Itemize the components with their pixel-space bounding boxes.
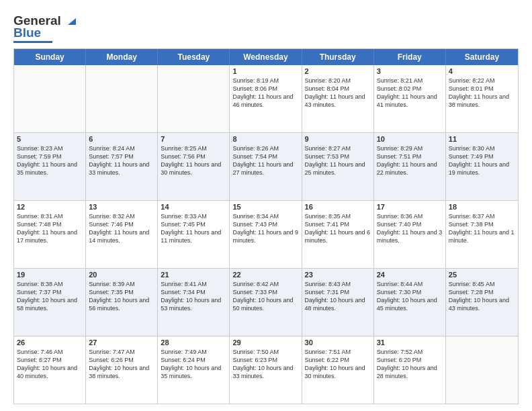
day-cell-20: 20Sunrise: 8:39 AM Sunset: 7:35 PM Dayli… <box>86 269 158 336</box>
day-cell-8: 8Sunrise: 8:26 AM Sunset: 7:54 PM Daylig… <box>230 133 302 200</box>
day-number: 31 <box>377 338 443 347</box>
day-number: 21 <box>161 271 226 279</box>
calendar-header: SundayMondayTuesdayWednesdayThursdayFrid… <box>14 49 518 65</box>
calendar-row-1: 5Sunrise: 8:23 AM Sunset: 7:59 PM Daylig… <box>14 133 518 201</box>
day-info: Sunrise: 8:30 AM Sunset: 7:49 PM Dayligh… <box>449 144 515 177</box>
day-info: Sunrise: 8:32 AM Sunset: 7:46 PM Dayligh… <box>89 212 154 245</box>
day-info: Sunrise: 8:34 AM Sunset: 7:43 PM Dayligh… <box>232 212 298 245</box>
day-cell-4: 4Sunrise: 8:22 AM Sunset: 8:01 PM Daylig… <box>446 65 518 132</box>
day-info: Sunrise: 8:35 AM Sunset: 7:41 PM Dayligh… <box>305 212 371 245</box>
header-cell-saturday: Saturday <box>446 49 518 65</box>
day-cell-13: 13Sunrise: 8:32 AM Sunset: 7:46 PM Dayli… <box>86 201 158 268</box>
page: General Blue SundayMondayTuesdayWednesda… <box>0 0 532 411</box>
day-info: Sunrise: 7:52 AM Sunset: 6:20 PM Dayligh… <box>377 348 443 381</box>
day-number: 10 <box>377 135 443 143</box>
day-cell-28: 28Sunrise: 7:49 AM Sunset: 6:24 PM Dayli… <box>158 336 230 404</box>
day-cell-7: 7Sunrise: 8:25 AM Sunset: 7:56 PM Daylig… <box>158 133 230 200</box>
day-cell-24: 24Sunrise: 8:44 AM Sunset: 7:30 PM Dayli… <box>374 269 446 336</box>
empty-cell <box>446 336 518 404</box>
header-cell-thursday: Thursday <box>302 49 374 65</box>
day-number: 9 <box>305 135 371 143</box>
calendar: SundayMondayTuesdayWednesdayThursdayFrid… <box>13 48 519 404</box>
day-number: 11 <box>449 135 515 143</box>
day-number: 27 <box>89 338 154 347</box>
header-cell-tuesday: Tuesday <box>158 49 230 65</box>
calendar-row-4: 26Sunrise: 7:46 AM Sunset: 6:27 PM Dayli… <box>14 336 518 404</box>
day-info: Sunrise: 8:20 AM Sunset: 8:04 PM Dayligh… <box>305 77 371 109</box>
day-info: Sunrise: 8:24 AM Sunset: 7:57 PM Dayligh… <box>89 144 154 177</box>
day-info: Sunrise: 8:21 AM Sunset: 8:02 PM Dayligh… <box>377 77 443 109</box>
day-number: 23 <box>305 271 371 279</box>
header-cell-sunday: Sunday <box>14 49 86 65</box>
empty-cell <box>86 65 158 132</box>
day-info: Sunrise: 7:49 AM Sunset: 6:24 PM Dayligh… <box>161 348 226 381</box>
day-info: Sunrise: 8:31 AM Sunset: 7:48 PM Dayligh… <box>17 212 83 245</box>
logo-underline <box>13 41 52 43</box>
day-info: Sunrise: 8:27 AM Sunset: 7:53 PM Dayligh… <box>305 144 371 177</box>
day-info: Sunrise: 8:25 AM Sunset: 7:56 PM Dayligh… <box>161 144 226 177</box>
day-number: 8 <box>232 135 298 143</box>
svg-marker-0 <box>68 18 76 25</box>
day-number: 3 <box>377 67 443 75</box>
day-cell-11: 11Sunrise: 8:30 AM Sunset: 7:49 PM Dayli… <box>446 133 518 200</box>
day-cell-15: 15Sunrise: 8:34 AM Sunset: 7:43 PM Dayli… <box>230 201 302 268</box>
day-number: 22 <box>232 271 298 279</box>
empty-cell <box>14 65 86 132</box>
day-info: Sunrise: 7:50 AM Sunset: 6:23 PM Dayligh… <box>232 348 298 381</box>
day-cell-18: 18Sunrise: 8:37 AM Sunset: 7:38 PM Dayli… <box>446 201 518 268</box>
calendar-row-0: 1Sunrise: 8:19 AM Sunset: 8:06 PM Daylig… <box>14 65 518 133</box>
day-number: 25 <box>449 271 515 279</box>
day-info: Sunrise: 8:23 AM Sunset: 7:59 PM Dayligh… <box>17 144 83 177</box>
day-number: 26 <box>17 338 83 347</box>
day-cell-1: 1Sunrise: 8:19 AM Sunset: 8:06 PM Daylig… <box>230 65 302 132</box>
day-number: 5 <box>17 135 83 143</box>
day-info: Sunrise: 7:51 AM Sunset: 6:22 PM Dayligh… <box>305 348 371 381</box>
header-cell-friday: Friday <box>374 49 446 65</box>
day-number: 29 <box>232 338 298 347</box>
day-cell-31: 31Sunrise: 7:52 AM Sunset: 6:20 PM Dayli… <box>374 336 446 404</box>
day-number: 16 <box>305 203 371 211</box>
calendar-body: 1Sunrise: 8:19 AM Sunset: 8:06 PM Daylig… <box>14 65 518 404</box>
day-number: 20 <box>89 271 154 279</box>
day-cell-16: 16Sunrise: 8:35 AM Sunset: 7:41 PM Dayli… <box>302 201 374 268</box>
header: General Blue <box>13 11 519 43</box>
day-cell-5: 5Sunrise: 8:23 AM Sunset: 7:59 PM Daylig… <box>14 133 86 200</box>
day-cell-22: 22Sunrise: 8:42 AM Sunset: 7:33 PM Dayli… <box>230 269 302 336</box>
day-info: Sunrise: 8:41 AM Sunset: 7:34 PM Dayligh… <box>161 280 226 313</box>
day-info: Sunrise: 8:45 AM Sunset: 7:28 PM Dayligh… <box>449 280 515 313</box>
day-cell-3: 3Sunrise: 8:21 AM Sunset: 8:02 PM Daylig… <box>374 65 446 132</box>
day-number: 4 <box>449 67 515 75</box>
logo-blue: Blue <box>13 26 41 40</box>
day-cell-25: 25Sunrise: 8:45 AM Sunset: 7:28 PM Dayli… <box>446 269 518 336</box>
day-cell-17: 17Sunrise: 8:36 AM Sunset: 7:40 PM Dayli… <box>374 201 446 268</box>
day-cell-10: 10Sunrise: 8:29 AM Sunset: 7:51 PM Dayli… <box>374 133 446 200</box>
day-number: 14 <box>161 203 226 211</box>
logo: General Blue <box>13 13 77 43</box>
calendar-row-2: 12Sunrise: 8:31 AM Sunset: 7:48 PM Dayli… <box>14 201 518 269</box>
header-cell-wednesday: Wednesday <box>230 49 302 65</box>
day-info: Sunrise: 7:47 AM Sunset: 6:26 PM Dayligh… <box>89 348 154 381</box>
day-cell-30: 30Sunrise: 7:51 AM Sunset: 6:22 PM Dayli… <box>302 336 374 404</box>
day-number: 7 <box>161 135 226 143</box>
day-number: 17 <box>377 203 443 211</box>
day-info: Sunrise: 8:39 AM Sunset: 7:35 PM Dayligh… <box>89 280 154 313</box>
day-number: 30 <box>305 338 371 347</box>
day-cell-14: 14Sunrise: 8:33 AM Sunset: 7:45 PM Dayli… <box>158 201 230 268</box>
day-cell-27: 27Sunrise: 7:47 AM Sunset: 6:26 PM Dayli… <box>86 336 158 404</box>
day-info: Sunrise: 8:43 AM Sunset: 7:31 PM Dayligh… <box>305 280 371 313</box>
day-cell-21: 21Sunrise: 8:41 AM Sunset: 7:34 PM Dayli… <box>158 269 230 336</box>
day-info: Sunrise: 8:29 AM Sunset: 7:51 PM Dayligh… <box>377 144 443 177</box>
day-info: Sunrise: 8:37 AM Sunset: 7:38 PM Dayligh… <box>449 212 515 245</box>
day-info: Sunrise: 8:42 AM Sunset: 7:33 PM Dayligh… <box>232 280 298 313</box>
logo-icon <box>62 13 77 28</box>
day-number: 15 <box>232 203 298 211</box>
calendar-row-3: 19Sunrise: 8:38 AM Sunset: 7:37 PM Dayli… <box>14 269 518 336</box>
day-number: 13 <box>89 203 154 211</box>
day-number: 6 <box>89 135 154 143</box>
empty-cell <box>158 65 230 132</box>
day-cell-9: 9Sunrise: 8:27 AM Sunset: 7:53 PM Daylig… <box>302 133 374 200</box>
day-cell-29: 29Sunrise: 7:50 AM Sunset: 6:23 PM Dayli… <box>230 336 302 404</box>
day-cell-6: 6Sunrise: 8:24 AM Sunset: 7:57 PM Daylig… <box>86 133 158 200</box>
header-cell-monday: Monday <box>86 49 158 65</box>
day-cell-19: 19Sunrise: 8:38 AM Sunset: 7:37 PM Dayli… <box>14 269 86 336</box>
